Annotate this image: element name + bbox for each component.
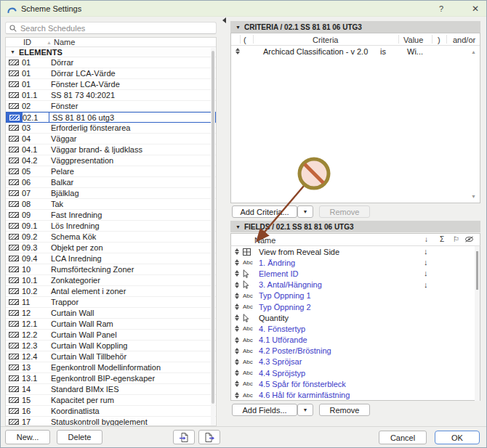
list-item[interactable]: 09.4 LCA Inredning <box>6 253 216 264</box>
list-item[interactable]: 08 Tak <box>6 199 216 210</box>
ok-button[interactable]: OK <box>435 431 480 444</box>
field-row[interactable]: Abc 1. Ändring ↓ <box>231 257 480 268</box>
list-item[interactable]: 13.1 Egenkontroll BIP-egenskaper <box>6 373 216 384</box>
drag-handle-icon[interactable] <box>231 325 243 332</box>
list-item[interactable]: 10.1 Zonkategorier <box>6 275 216 286</box>
cancel-button[interactable]: Cancel <box>379 431 427 444</box>
list-item[interactable]: 01 Fönster LCA-Värde <box>6 79 216 90</box>
drag-handle-icon[interactable] <box>231 370 243 376</box>
drag-handle-icon[interactable] <box>231 270 243 277</box>
drag-handle-icon[interactable] <box>231 282 243 288</box>
list-item[interactable]: 17 Statuskontroll byggelement <box>6 417 216 426</box>
field-label[interactable]: 4.2 Poster/Bröstning <box>257 346 480 355</box>
list-item[interactable]: 13 Egenkontroll Modellinformation <box>6 362 216 373</box>
delete-button[interactable]: Delete <box>57 430 102 444</box>
list-item[interactable]: 16 Koordinatlista <box>6 406 216 417</box>
list-column-header[interactable]: ID ▲ Name <box>6 38 216 47</box>
drag-handle-icon[interactable] <box>231 248 243 255</box>
list-item[interactable]: 12.2 Curtain Wall Panel <box>6 330 216 341</box>
list-item[interactable]: 09 Fast Inredning <box>6 210 216 221</box>
field-row[interactable]: Abc 4.3 Spröjsar <box>231 357 480 367</box>
field-label[interactable]: 3. Antal/Hängning <box>257 280 480 289</box>
field-label[interactable]: 4.3 Spröjsar <box>257 357 480 366</box>
drag-handle-icon[interactable] <box>231 380 243 387</box>
remove-field-button[interactable]: Remove <box>319 404 370 416</box>
scrollbar-thumb[interactable] <box>476 251 478 290</box>
list-item[interactable]: 09.3 Objekt per zon <box>6 243 216 253</box>
field-label[interactable]: Quantity <box>257 314 480 322</box>
remove-criteria-button[interactable]: Remove <box>319 205 370 218</box>
criteria-row[interactable]: Archicad Classification - v 2.0 is Wi... <box>231 46 480 57</box>
list-item[interactable]: 15 Kapacitet per rum <box>6 395 216 406</box>
import-scheme-button[interactable] <box>173 430 195 444</box>
field-row[interactable]: Abc 4.6 Hål för karminfästning <box>231 389 480 400</box>
scroll-down-icon[interactable]: ▼ <box>471 194 476 199</box>
field-label[interactable]: 4.5 Spår för fönsterbleck <box>257 380 480 388</box>
field-label[interactable]: View from Reveal Side <box>257 248 480 256</box>
field-label[interactable]: 4. Fönstertyp <box>257 325 480 333</box>
add-fields-button[interactable]: Add Fields... <box>232 404 297 416</box>
drag-handle-icon[interactable] <box>231 314 243 321</box>
list-item[interactable]: 14 Standard BIMx IES <box>6 384 216 395</box>
list-item[interactable]: 04.2 Väggpresentation <box>6 155 216 166</box>
list-item[interactable]: 10.2 Antal element i zoner <box>6 286 216 297</box>
export-scheme-button[interactable] <box>198 430 220 444</box>
criteria-section-header[interactable]: ▼ CRITERIA / 02.1 SS 81 81 06 UTG3 <box>230 21 480 33</box>
list-item[interactable]: 04.1 Väggar brand- & ljudklass <box>6 144 216 155</box>
field-label[interactable]: Element ID <box>257 269 480 278</box>
list-item[interactable]: 09.2 Schema Kök <box>6 232 216 243</box>
drag-handle-icon[interactable] <box>231 259 243 266</box>
field-row[interactable]: Abc 4.2 Poster/Bröstning <box>231 346 480 357</box>
list-item[interactable]: 12.4 Curtain Wall Tillbehör <box>6 351 216 362</box>
fields-scrollbar[interactable] <box>475 246 480 401</box>
criteria-operator[interactable]: is <box>380 47 386 56</box>
drag-handle-icon[interactable] <box>231 304 243 310</box>
field-label[interactable]: Typ Öppning 2 <box>257 303 480 311</box>
drag-handle-icon[interactable] <box>231 293 243 299</box>
list-item[interactable]: 09.1 Lös Inredning <box>6 221 216 232</box>
drag-handle-icon[interactable] <box>231 337 243 343</box>
list-item[interactable]: 11 Trappor <box>6 297 216 308</box>
list-item[interactable]: 07 Bjälklag <box>6 188 216 199</box>
flag-icon[interactable]: ⚐ <box>453 235 459 243</box>
close-icon[interactable]: ✕ <box>469 2 482 15</box>
field-label[interactable]: Typ Öppning 1 <box>257 291 480 300</box>
field-row[interactable]: Abc 4.1 Utförande <box>231 335 480 346</box>
list-item[interactable]: 02.1 SS 81 81 06 utg3 <box>6 112 216 123</box>
list-item[interactable]: 05 Pelare <box>6 166 216 177</box>
field-row[interactable]: Abc 4.5 Spår för fönsterbleck <box>231 378 480 389</box>
add-criteria-dropdown[interactable]: ▼ <box>297 205 313 218</box>
criteria-value[interactable]: Wi... <box>407 47 423 56</box>
field-row[interactable]: View from Reveal Side ↓ <box>231 246 480 257</box>
fields-section-header[interactable]: ▼ FIELDS / 02.1 SS 81 81 06 UTG3 <box>230 221 480 232</box>
column-name[interactable]: Name <box>54 38 75 46</box>
field-row[interactable]: Abc 4. Fönstertyp <box>231 323 480 334</box>
list-item[interactable]: 12.3 Curtain Wall Koppling <box>6 341 216 351</box>
sort-down-icon[interactable]: ↓ <box>424 235 428 243</box>
column-id[interactable]: ID <box>23 38 47 46</box>
list-item[interactable]: 03 Erforderlig fönsterarea <box>6 123 216 134</box>
drag-handle-icon[interactable] <box>236 48 240 54</box>
scrollbar-thumb[interactable] <box>212 51 214 404</box>
collapse-left-icon[interactable] <box>222 17 226 23</box>
list-item[interactable]: 01 Dörrar <box>6 57 216 68</box>
field-row[interactable]: Abc 4.4 Spröjstyp <box>231 367 480 378</box>
field-row[interactable]: Quantity <box>231 312 480 323</box>
field-row[interactable]: Abc Typ Öppning 1 <box>231 290 480 301</box>
search-input[interactable]: Search Schedules <box>5 22 217 34</box>
list-item[interactable]: 12 Curtain Wall <box>6 308 216 319</box>
schedule-list-scrollbar[interactable] <box>211 48 215 425</box>
list-item[interactable]: 12.1 Curtain Wall Ram <box>6 319 216 330</box>
field-row[interactable]: Abc Typ Öppning 2 <box>231 301 480 312</box>
field-label[interactable]: 4.4 Spröjstyp <box>257 369 480 378</box>
drag-handle-icon[interactable] <box>231 359 243 365</box>
field-label[interactable]: 4.1 Utförande <box>257 335 480 344</box>
field-row[interactable]: 3. Antal/Hängning ↓ <box>231 280 480 290</box>
list-item[interactable]: 01 Dörrar LCA-Värde <box>6 68 216 79</box>
add-criteria-button[interactable]: Add Criteria... <box>232 205 297 218</box>
panel-splitter[interactable] <box>221 17 229 426</box>
add-fields-dropdown[interactable]: ▼ <box>297 404 313 416</box>
list-item[interactable]: 06 Balkar <box>6 177 216 188</box>
field-row[interactable]: Element ID ↓ <box>231 268 480 279</box>
list-item[interactable]: 04 Väggar <box>6 134 216 144</box>
